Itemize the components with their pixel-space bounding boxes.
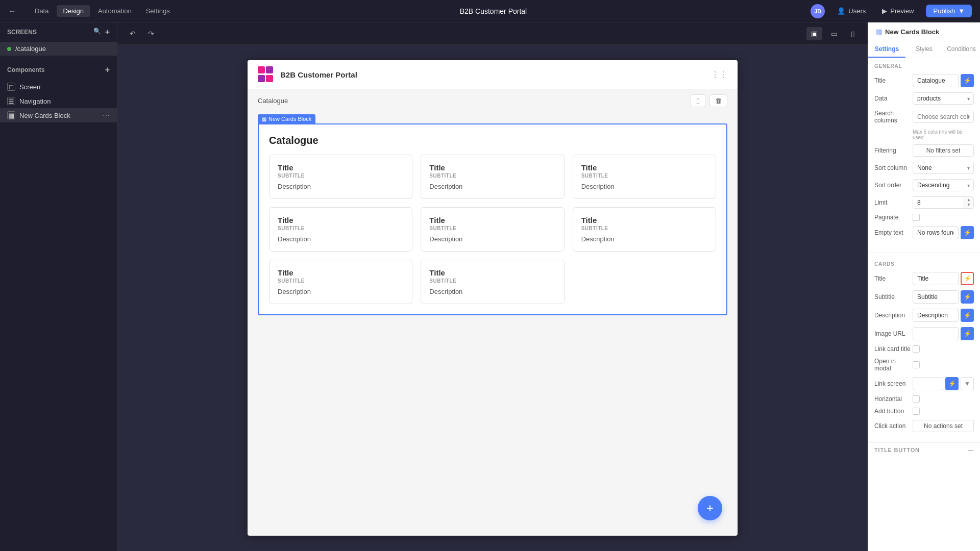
horizontal-checkbox-wrap [913, 395, 974, 403]
link-screen-chevron-button[interactable]: ▼ [961, 377, 974, 390]
preview-button[interactable]: ▶ Preview [878, 5, 918, 17]
open-in-modal-checkbox[interactable] [913, 361, 920, 368]
logo-square-purple [266, 66, 273, 73]
empty-text-input[interactable] [913, 226, 959, 239]
image-url-input-wrap: ⚡ [913, 327, 974, 340]
cards-block-icon: ▦ [7, 111, 15, 119]
card-item[interactable]: Title SUBTITLE Description [269, 155, 412, 199]
tab-automation[interactable]: Automation [92, 5, 138, 17]
panel-row-image-url: Image URL ⚡ [874, 327, 974, 340]
panel-row-add-button: Add button [874, 408, 974, 415]
title-input[interactable] [913, 74, 959, 87]
data-select[interactable]: products [913, 92, 974, 105]
filtering-button[interactable]: No filters set [913, 144, 974, 157]
preview-icon: ▶ [882, 7, 887, 15]
users-icon: 👤 [837, 7, 845, 15]
title-button-section[interactable]: TITLE BUTTON — [868, 442, 980, 457]
card-item[interactable]: Title SUBTITLE Description [573, 207, 716, 252]
cards-section: CARDS Title ⚡ Subtitle ⚡ Description [868, 256, 980, 442]
tab-design[interactable]: Design [57, 5, 89, 17]
add-screen-icon[interactable]: + [105, 28, 110, 37]
tablet-view-button[interactable]: ▭ [826, 27, 842, 40]
copy-button[interactable]: ▯ [691, 94, 705, 107]
card-item[interactable]: Title SUBTITLE Description [421, 260, 564, 304]
card-item[interactable]: Title SUBTITLE Description [421, 207, 564, 252]
cards-title-lightning-button[interactable]: ⚡ [961, 272, 974, 285]
card-description: Description [429, 288, 555, 295]
empty-text-lightning-button[interactable]: ⚡ [961, 226, 974, 239]
cards-description-input[interactable] [913, 309, 959, 322]
sort-column-select-wrap: None [913, 162, 974, 174]
sort-column-select[interactable]: None [913, 162, 974, 174]
search-icon[interactable]: 🔍 [93, 28, 101, 37]
mobile-view-button[interactable]: ▯ [846, 27, 860, 40]
publish-button[interactable]: Publish ▼ [926, 5, 972, 17]
cards-title-input[interactable] [913, 272, 959, 285]
limit-up-button[interactable]: ▲ [964, 197, 973, 203]
component-item-new-cards-block[interactable]: ▦ New Cards Block ⋯ [0, 108, 117, 122]
screens-section-header: Screens 🔍 + [0, 22, 117, 42]
max-columns-note: Max 5 columns will be used [874, 129, 974, 140]
card-title: Title [581, 216, 707, 224]
desktop-view-button[interactable]: ▣ [806, 27, 822, 40]
panel-row-link-screen: Link screen ⚡ ▼ [874, 377, 974, 390]
tab-panel-conditions[interactable]: Conditions [943, 41, 980, 58]
card-item[interactable]: Title SUBTITLE Description [269, 260, 412, 304]
app-name: B2B Customer Portal [176, 7, 811, 15]
tab-panel-settings[interactable]: Settings [868, 41, 905, 58]
card-item[interactable]: Title SUBTITLE Description [573, 155, 716, 199]
link-card-title-checkbox[interactable] [913, 345, 920, 353]
cards-block[interactable]: Catalogue Title SUBTITLE Description Tit… [258, 123, 727, 315]
panel-row-data: Data products [874, 92, 974, 105]
link-screen-lightning-button[interactable]: ⚡ [945, 377, 959, 390]
search-columns-input[interactable] [913, 111, 974, 123]
title-lightning-button[interactable]: ⚡ [961, 74, 974, 87]
limit-down-button[interactable]: ▼ [964, 203, 973, 208]
redo-button[interactable]: ↷ [144, 28, 158, 40]
limit-input[interactable] [913, 197, 964, 208]
card-item[interactable]: Title SUBTITLE Description [421, 155, 564, 199]
horizontal-checkbox[interactable] [913, 395, 920, 403]
card-description: Description [278, 235, 404, 243]
search-columns-select-wrap [913, 111, 974, 123]
breadcrumb-actions: ▯ 🗑 [691, 94, 727, 107]
navigation-icon: ☰ [7, 97, 15, 105]
card-description: Description [278, 183, 404, 190]
image-url-input[interactable] [913, 327, 959, 340]
cards-description-lightning-button[interactable]: ⚡ [961, 309, 974, 322]
undo-button[interactable]: ↶ [126, 28, 140, 40]
toolbar-history: ↶ ↷ [126, 28, 158, 40]
card-subtitle: SUBTITLE [429, 226, 555, 231]
tab-data[interactable]: Data [29, 5, 55, 17]
panel-row-limit: Limit ▲ ▼ [874, 196, 974, 209]
users-button[interactable]: 👤 Users [833, 5, 870, 17]
app-menu-icon[interactable]: ⋮⋮ [711, 70, 727, 80]
component-item-screen[interactable]: □ Screen [0, 80, 117, 94]
delete-button[interactable]: 🗑 [709, 94, 727, 107]
card-description: Description [278, 288, 404, 295]
add-button-checkbox[interactable] [913, 408, 920, 415]
right-panel: ▦ New Cards Block Settings Styles Condit… [868, 22, 980, 551]
cards-title-input-wrap: ⚡ [913, 272, 974, 285]
card-item[interactable]: Title SUBTITLE Description [269, 207, 412, 252]
paginate-checkbox[interactable] [913, 214, 920, 221]
click-action-button[interactable]: No actions set [913, 420, 974, 432]
paginate-checkbox-wrap [913, 214, 974, 221]
cards-subtitle-input[interactable] [913, 290, 959, 304]
link-screen-input[interactable] [913, 377, 943, 390]
component-item-navigation[interactable]: ☰ Navigation [0, 94, 117, 108]
add-component-icon[interactable]: + [105, 65, 110, 74]
tab-panel-styles[interactable]: Styles [905, 41, 943, 58]
sort-order-select[interactable]: Descending [913, 179, 974, 191]
data-select-wrap: products [913, 92, 974, 105]
sidebar-item-catalogue[interactable]: /catalogue [0, 42, 117, 56]
image-url-lightning-button[interactable]: ⚡ [961, 327, 974, 340]
sidebar-divider [0, 58, 117, 58]
tab-settings[interactable]: Settings [140, 5, 176, 17]
cards-description-input-wrap: ⚡ [913, 309, 974, 322]
canvas-toolbar: ↶ ↷ ▣ ▭ ▯ [117, 22, 868, 45]
component-options-icon[interactable]: ⋯ [103, 111, 110, 119]
back-button[interactable]: ← [8, 7, 16, 16]
cards-subtitle-lightning-button[interactable]: ⚡ [961, 290, 974, 304]
fab-button[interactable]: + [698, 496, 722, 520]
